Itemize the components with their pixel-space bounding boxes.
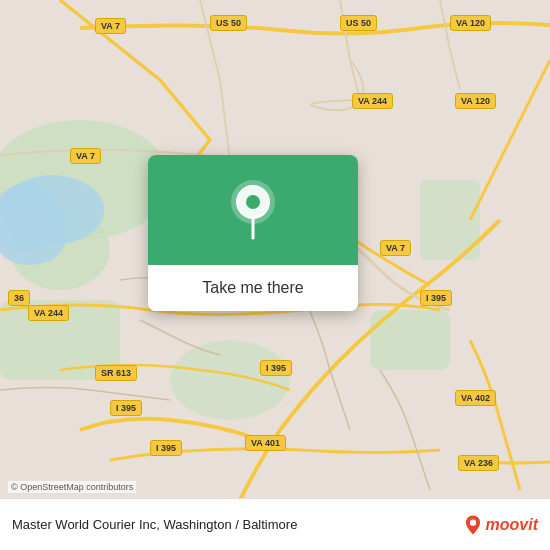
road-label-va120_top: VA 120 [450, 15, 491, 31]
road-label-va236: VA 236 [458, 455, 499, 471]
location-pin-icon [228, 180, 278, 240]
road-label-sr613: SR 613 [95, 365, 137, 381]
road-label-va120_right: VA 120 [455, 93, 496, 109]
map-container: VA 7US 50US 50VA 120VA 7VA 244VA 120VA 7… [0, 0, 550, 550]
road-label-va244_mid: VA 244 [352, 93, 393, 109]
moovit-brand-text: moovit [486, 516, 538, 534]
road-label-i395_bot: I 395 [260, 360, 292, 376]
map-attribution: © OpenStreetMap contributors [8, 481, 136, 493]
road-label-va7_top: VA 7 [95, 18, 126, 34]
road-label-r36: 36 [8, 290, 30, 306]
svg-point-12 [469, 519, 475, 525]
popup-card: Take me there [148, 155, 358, 311]
take-me-there-button[interactable]: Take me there [148, 265, 358, 311]
popup-header [148, 155, 358, 265]
road-label-us50_top2: US 50 [340, 15, 377, 31]
svg-point-11 [246, 195, 260, 209]
road-label-va402: VA 402 [455, 390, 496, 406]
moovit-logo-area: moovit [462, 514, 538, 536]
road-label-va7_left: VA 7 [70, 148, 101, 164]
road-label-va244_bot: VA 244 [28, 305, 69, 321]
svg-point-6 [170, 340, 290, 420]
location-title: Master World Courier Inc, Washington / B… [12, 517, 462, 532]
road-label-us50_top: US 50 [210, 15, 247, 31]
bottom-bar-content: Master World Courier Inc, Washington / B… [12, 517, 462, 532]
road-label-va401: VA 401 [245, 435, 286, 451]
bottom-bar: Master World Courier Inc, Washington / B… [0, 498, 550, 550]
road-label-i395_bot2: I 395 [110, 400, 142, 416]
road-label-i395_mid: I 395 [420, 290, 452, 306]
moovit-pin-icon [462, 514, 484, 536]
moovit-logo: moovit [462, 514, 538, 536]
road-label-va7_mid: VA 7 [380, 240, 411, 256]
road-label-i395_far: I 395 [150, 440, 182, 456]
